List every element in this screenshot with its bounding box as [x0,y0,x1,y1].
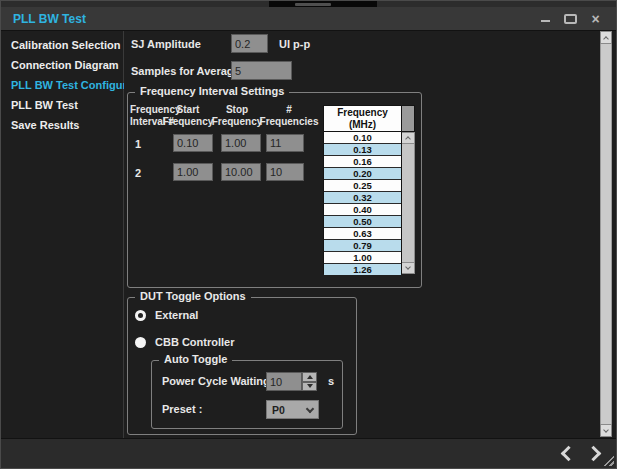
main-scroll-up-button[interactable] [600,31,612,44]
app-window: PLL BW Test × Calibration Selection Conn… [0,0,617,469]
sidebar: Calibration Selection Connection Diagram… [1,31,124,438]
external-radio-option[interactable]: External [135,309,198,321]
page-title: PLL BW Test [1,12,86,26]
dropdown-chevron-icon [306,404,314,412]
frequency-list-row: 0.32 [324,192,401,204]
frequency-interval-settings-title: Frequency Interval Settings [135,85,289,97]
samples-for-averaging-input[interactable] [231,61,292,80]
main-panel: SJ Amplitude UI p-p Samples for Averagin… [124,31,616,438]
sj-amplitude-unit: UI p-p [279,38,310,50]
sj-amplitude-input[interactable] [231,34,268,53]
frequency-interval-settings-group: Frequency Interval Settings FrequencyInt… [127,92,422,288]
preset-dropdown[interactable]: P0 [266,400,319,419]
maximize-button[interactable] [563,11,578,26]
sidebar-item-calibration-selection[interactable]: Calibration Selection [1,35,123,55]
external-radio-label: External [155,309,198,321]
arrow-up-icon [307,375,313,379]
frequency-list-row: 0.13 [324,144,401,156]
column-header-num-frequencies: #Frequencies [256,104,322,128]
scroll-up-button[interactable] [402,132,415,144]
chevron-down-icon [603,427,609,433]
power-cycle-waiting-label: Power Cycle Waiting : [162,375,277,387]
frequency-list-row: 0.10 [324,132,401,144]
stepper-up-button[interactable] [302,372,317,382]
scroll-down-button[interactable] [402,262,415,274]
chevron-down-icon [405,264,411,270]
dut-toggle-options-group: DUT Toggle Options External CBB Controll… [127,297,357,435]
stepper-down-button[interactable] [302,382,317,392]
titlebar: PLL BW Test × [1,7,616,31]
column-header-start-frequency: StartFrequency [160,104,216,128]
notch-dash [295,3,331,6]
preset-dropdown-value: P0 [272,404,285,416]
chevron-up-icon [603,36,609,42]
next-page-button[interactable] [586,446,602,462]
scrollbar-track[interactable] [402,144,415,262]
power-cycle-waiting-unit: s [328,375,334,387]
main-scroll-down-button[interactable] [600,424,612,437]
frequency-list-table: Frequency (MHz) 0.10 0.13 0.16 0.20 0.25… [323,105,415,274]
frequency-list-row: 0.16 [324,156,401,168]
main-scrollbar-thumb[interactable] [600,44,612,424]
sidebar-item-pll-bw-test-configuration[interactable]: PLL BW Test Configuration [1,75,123,95]
interval-2-start-input[interactable] [173,163,213,181]
interval-2-stop-input[interactable] [221,163,261,181]
sidebar-item-pll-bw-test[interactable]: PLL BW Test [1,95,123,115]
chevron-up-icon [405,136,411,142]
frequency-list-rows: 0.10 0.13 0.16 0.20 0.25 0.32 0.40 0.50 … [324,132,401,275]
cbb-controller-radio-label: CBB Controller [155,336,234,348]
frequency-list-row: 0.63 [324,228,401,240]
main-scrollbar[interactable] [600,31,612,437]
interval-1-stop-input[interactable] [221,134,261,152]
resize-grip[interactable] [603,455,614,466]
sj-amplitude-label: SJ Amplitude [131,38,201,50]
frequency-list-row: 0.79 [324,240,401,252]
dut-toggle-options-title: DUT Toggle Options [135,290,251,302]
footer-bar [1,438,616,468]
auto-toggle-title: Auto Toggle [159,353,232,365]
radio-selected-icon [135,310,146,321]
window-controls: × [538,11,616,26]
frequency-list-row: 1.00 [324,252,401,264]
scrollbar-header-spacer [402,105,415,132]
frequency-list-header: Frequency (MHz) [324,106,401,132]
frequency-list-row: 0.20 [324,168,401,180]
minimize-button[interactable] [538,11,553,26]
frequency-list-row: 0.25 [324,180,401,192]
previous-page-button[interactable] [561,446,577,462]
maximize-icon [564,14,577,24]
close-button[interactable]: × [588,11,603,26]
auto-toggle-group: Auto Toggle Power Cycle Waiting : s Pres… [151,360,343,429]
sidebar-item-save-results[interactable]: Save Results [1,115,123,135]
cbb-controller-radio-option[interactable]: CBB Controller [135,336,234,348]
interval-1-count-input[interactable] [266,134,304,152]
window-body: Calibration Selection Connection Diagram… [1,31,616,438]
interval-1-number: 1 [135,138,141,150]
arrow-down-icon [307,384,313,388]
radio-unselected-icon [135,337,146,348]
power-cycle-waiting-input[interactable] [266,372,302,391]
minimize-icon [541,20,550,22]
frequency-list-row: 0.50 [324,216,401,228]
frequency-list-scrollbar[interactable] [402,105,415,274]
interval-1-start-input[interactable] [173,134,213,152]
sidebar-item-connection-diagram[interactable]: Connection Diagram [1,55,123,75]
interval-2-number: 2 [135,167,141,179]
frequency-list-cells: Frequency (MHz) 0.10 0.13 0.16 0.20 0.25… [323,105,402,274]
frequency-list-row: 0.40 [324,204,401,216]
interval-2-count-input[interactable] [266,163,304,181]
power-cycle-waiting-stepper [302,372,317,391]
preset-label: Preset : [162,403,202,415]
frequency-list-row: 1.26 [324,264,401,275]
